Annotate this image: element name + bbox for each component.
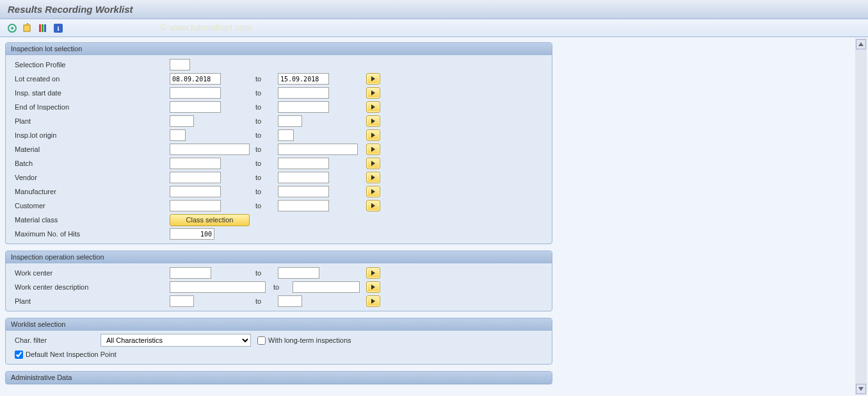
input-end-insp-from[interactable] (170, 101, 221, 113)
to-label: to (255, 174, 261, 181)
label-manufacturer: Manufacturer (11, 188, 158, 195)
input-manufacturer-to[interactable] (278, 186, 329, 197)
group-worklist-header: Worklist selection (6, 318, 552, 331)
input-wc-to[interactable] (278, 267, 319, 279)
svg-rect-4 (42, 24, 44, 32)
input-plant-to[interactable] (278, 115, 302, 127)
checkbox-default-next-wrap[interactable]: Default Next Inspection Point (11, 351, 117, 359)
svg-rect-3 (39, 24, 41, 32)
multi-select-plant[interactable] (366, 115, 380, 127)
group-lot-selection: Inspection lot selection Selection Profi… (5, 42, 552, 244)
input-wc-from[interactable] (170, 267, 211, 279)
to-label: to (273, 283, 279, 291)
label-max-hits: Maximum No. of Hits (11, 230, 158, 238)
input-manufacturer-from[interactable] (170, 186, 221, 197)
input-vendor-from[interactable] (170, 172, 221, 183)
group-admin-header: Administrative Data (6, 372, 552, 384)
get-variant-icon[interactable] (22, 22, 33, 34)
multi-select-origin[interactable] (366, 129, 380, 141)
label-material: Material (11, 145, 158, 153)
label-plant: Plant (11, 117, 158, 125)
input-lot-created-from[interactable] (170, 73, 221, 85)
checkbox-default-next[interactable] (15, 351, 23, 359)
input-plant-from[interactable] (170, 115, 194, 127)
checkbox-longterm-wrap[interactable]: With long-term inspections (257, 336, 351, 345)
label-plant2: Plant (11, 297, 158, 305)
label-origin: Insp.lot origin (11, 131, 158, 139)
multi-select-manufacturer[interactable] (366, 186, 380, 197)
title-bar: Results Recording Worklist (0, 0, 868, 19)
multi-select-wcdesc[interactable] (366, 281, 380, 293)
input-plant2-to[interactable] (278, 295, 302, 307)
label-work-center: Work center (11, 269, 158, 277)
input-material-from[interactable] (170, 144, 250, 155)
input-selection-profile[interactable] (170, 59, 190, 70)
multi-select-lot-created[interactable] (366, 73, 380, 85)
input-batch-from[interactable] (170, 158, 221, 169)
input-max-hits[interactable] (170, 228, 214, 240)
to-label: to (255, 117, 261, 125)
label-selection-profile: Selection Profile (11, 61, 158, 69)
label-end-insp: End of Inspection (11, 103, 158, 111)
svg-text:i: i (57, 24, 59, 32)
input-vendor-to[interactable] (278, 172, 329, 183)
input-batch-to[interactable] (278, 158, 329, 169)
input-wcdesc-from[interactable] (170, 281, 266, 293)
multi-select-batch[interactable] (366, 158, 380, 169)
label-vendor: Vendor (11, 174, 158, 181)
row-selection-profile: Selection Profile (6, 58, 552, 72)
input-origin-to[interactable] (278, 129, 294, 141)
input-insp-start-to[interactable] (278, 87, 329, 99)
input-lot-created-to[interactable] (278, 73, 329, 85)
label-batch: Batch (11, 160, 158, 167)
input-customer-from[interactable] (170, 200, 221, 211)
input-origin-from[interactable] (170, 129, 186, 141)
checkbox-longterm[interactable] (257, 336, 266, 345)
row-material-class: Material class Class selection (6, 213, 552, 227)
multi-select-wc[interactable] (366, 267, 380, 279)
execute-icon[interactable] (6, 22, 18, 34)
svg-rect-5 (44, 24, 46, 32)
variant-icon[interactable] (37, 22, 49, 34)
info-icon[interactable]: i (52, 22, 64, 34)
group-admin-data: Administrative Data (5, 371, 552, 384)
select-char-filter[interactable]: All Characteristics (100, 334, 251, 347)
scroll-down-icon[interactable] (856, 384, 866, 394)
label-customer: Customer (11, 202, 158, 210)
content-area: Inspection lot selection Selection Profi… (0, 37, 868, 396)
row-work-center: Work center to (6, 266, 552, 280)
row-end-insp: End of Inspection to (6, 100, 552, 114)
to-label: to (255, 202, 261, 210)
watermark: © www.tutorialkart.com (160, 22, 252, 33)
input-insp-start-from[interactable] (170, 87, 221, 99)
row-char-filter: Char. filter All Characteristics With lo… (6, 333, 552, 347)
to-label: to (255, 297, 261, 305)
row-batch: Batch to (6, 156, 552, 170)
row-customer: Customer to (6, 199, 552, 213)
label-wc-desc: Work center description (11, 283, 158, 291)
to-label: to (255, 103, 261, 111)
multi-select-vendor[interactable] (366, 172, 380, 183)
svg-point-1 (11, 27, 13, 29)
row-insp-start: Insp. start date to (6, 86, 552, 100)
input-wcdesc-to[interactable] (293, 281, 360, 293)
multi-select-insp-start[interactable] (366, 87, 380, 99)
input-end-insp-to[interactable] (278, 101, 329, 113)
multi-select-customer[interactable] (366, 200, 380, 211)
input-material-to[interactable] (278, 144, 358, 155)
row-origin: Insp.lot origin to (6, 128, 552, 142)
class-selection-button[interactable]: Class selection (170, 214, 250, 226)
multi-select-material[interactable] (366, 144, 380, 155)
svg-rect-2 (24, 25, 30, 31)
multi-select-end-insp[interactable] (366, 101, 380, 113)
input-plant2-from[interactable] (170, 295, 194, 307)
multi-select-plant2[interactable] (366, 295, 380, 307)
input-customer-to[interactable] (278, 200, 329, 211)
row-default-next: Default Next Inspection Point (6, 347, 552, 361)
vertical-scrollbar[interactable] (855, 38, 867, 395)
group-lot-header: Inspection lot selection (6, 43, 552, 55)
row-plant: Plant to (6, 114, 552, 128)
scroll-up-icon[interactable] (856, 39, 866, 49)
row-max-hits: Maximum No. of Hits (6, 227, 552, 241)
label-insp-start: Insp. start date (11, 89, 158, 97)
